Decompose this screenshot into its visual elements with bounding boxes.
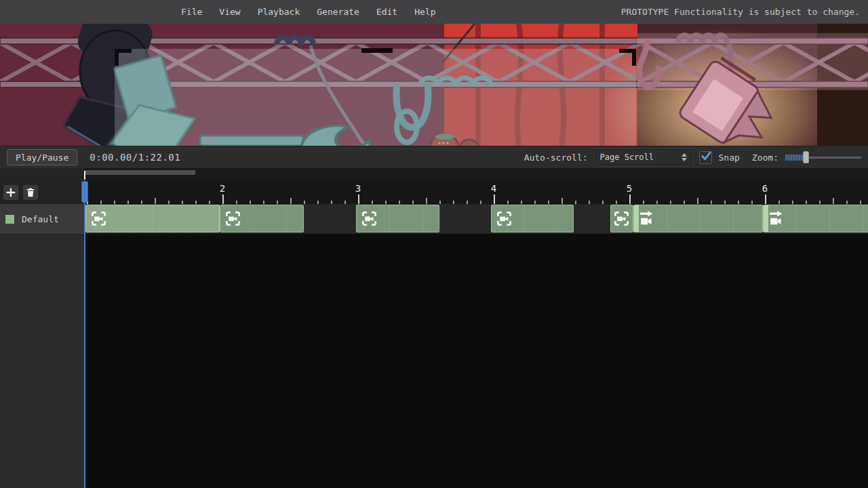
snap-checkbox[interactable] xyxy=(699,151,712,164)
trash-icon xyxy=(25,187,36,198)
track-label-default[interactable]: Default xyxy=(0,204,85,235)
timeline-clip[interactable] xyxy=(763,205,868,232)
ruler-label: 5 xyxy=(627,183,632,194)
timeline-clip[interactable] xyxy=(85,205,220,232)
camera-focus-icon xyxy=(90,210,107,227)
track-row-default[interactable] xyxy=(85,204,868,234)
timeline-clip[interactable] xyxy=(356,205,439,232)
camera-focus-icon xyxy=(224,210,241,227)
timeline-clip[interactable] xyxy=(610,205,633,232)
scrollbar-thumb[interactable] xyxy=(85,170,195,175)
ruler-tick xyxy=(290,198,292,204)
main-menu: FileViewPlaybackGenerateEditHelp xyxy=(181,7,436,17)
ruler-tick xyxy=(155,198,156,204)
menu-view[interactable]: View xyxy=(219,7,240,17)
checkmark-icon xyxy=(701,150,712,162)
camera-frame-overlay[interactable] xyxy=(115,48,636,146)
plus-icon xyxy=(5,187,16,198)
camera-focus-icon xyxy=(496,210,513,227)
ruler-tick xyxy=(833,198,834,204)
delete-track-button[interactable] xyxy=(23,185,38,200)
camera-pan-icon xyxy=(638,210,655,227)
camera-focus-icon xyxy=(361,210,378,227)
app-window: FileViewPlaybackGenerateEditHelp PROTOTY… xyxy=(0,0,868,488)
zoom-label: Zoom: xyxy=(752,152,778,163)
ruler-tick xyxy=(494,195,495,204)
track-color-swatch xyxy=(5,215,14,224)
auto-scroll-label: Auto-scroll: xyxy=(524,152,588,163)
menu-help[interactable]: Help xyxy=(414,7,435,17)
track-controls xyxy=(0,168,85,204)
timeline-header: 23456 xyxy=(0,168,868,204)
zoom-slider-handle[interactable] xyxy=(803,151,809,163)
track-name: Default xyxy=(22,214,59,224)
ruler-tick xyxy=(561,198,563,204)
playhead-line xyxy=(84,181,85,488)
menu-edit[interactable]: Edit xyxy=(376,7,397,17)
track-labels-panel: Default xyxy=(0,204,85,488)
ruler-tick xyxy=(222,195,224,204)
timeline-scrollbar[interactable] xyxy=(85,170,868,176)
timeline-body: Default xyxy=(0,204,868,488)
playhead-top-tick xyxy=(84,171,85,180)
ruler-tick xyxy=(697,198,698,204)
up-down-arrows-icon xyxy=(682,153,687,161)
camera-pan-icon xyxy=(768,210,785,227)
ruler-label: 3 xyxy=(355,183,361,194)
camera-focus-icon xyxy=(613,210,630,227)
camera-frame-area[interactable] xyxy=(115,49,636,146)
snap-label: Snap xyxy=(719,152,740,163)
menu-bar: FileViewPlaybackGenerateEditHelp PROTOTY… xyxy=(0,0,868,24)
ruler-label: 4 xyxy=(491,183,496,194)
ruler-tick xyxy=(629,195,631,204)
track-lane-area[interactable] xyxy=(85,204,868,488)
timeline-clip[interactable] xyxy=(220,205,304,232)
zoom-slider[interactable] xyxy=(785,150,861,164)
add-track-button[interactable] xyxy=(3,185,18,200)
camera-frame-handle-topcenter[interactable] xyxy=(361,48,393,53)
time-display: 0:00.00/1:22.01 xyxy=(90,152,180,163)
ruler-label: 2 xyxy=(220,183,225,194)
playback-toolbar: Play/Pause 0:00.00/1:22.01 Auto-scroll: … xyxy=(0,146,868,168)
preview-canvas xyxy=(0,24,868,146)
auto-scroll-value: Page Scroll xyxy=(600,152,654,162)
menu-file[interactable]: File xyxy=(181,7,202,17)
zoom-slider-fill xyxy=(785,155,803,161)
menu-generate[interactable]: Generate xyxy=(317,7,359,17)
ruler-ticks[interactable]: 23456 xyxy=(85,180,868,204)
ruler-label: 6 xyxy=(762,183,768,194)
toolbar-right-group: Auto-scroll: Page Scroll Snap Zoom: xyxy=(524,149,861,165)
timeline-ruler[interactable]: 23456 xyxy=(85,168,868,204)
video-preview xyxy=(0,24,868,146)
timeline-clip[interactable] xyxy=(491,205,574,232)
menu-playback[interactable]: Playback xyxy=(258,7,300,17)
prototype-notice: PROTOTYPE Functionality is subject to ch… xyxy=(621,7,860,17)
ruler-tick xyxy=(765,195,766,204)
timeline-clip[interactable] xyxy=(633,205,763,232)
timeline-panel: 23456 Default xyxy=(0,168,868,488)
auto-scroll-select[interactable]: Page Scroll xyxy=(595,149,692,165)
play-pause-button[interactable]: Play/Pause xyxy=(7,149,77,165)
ruler-tick xyxy=(358,195,359,204)
ruler-tick xyxy=(426,198,427,204)
